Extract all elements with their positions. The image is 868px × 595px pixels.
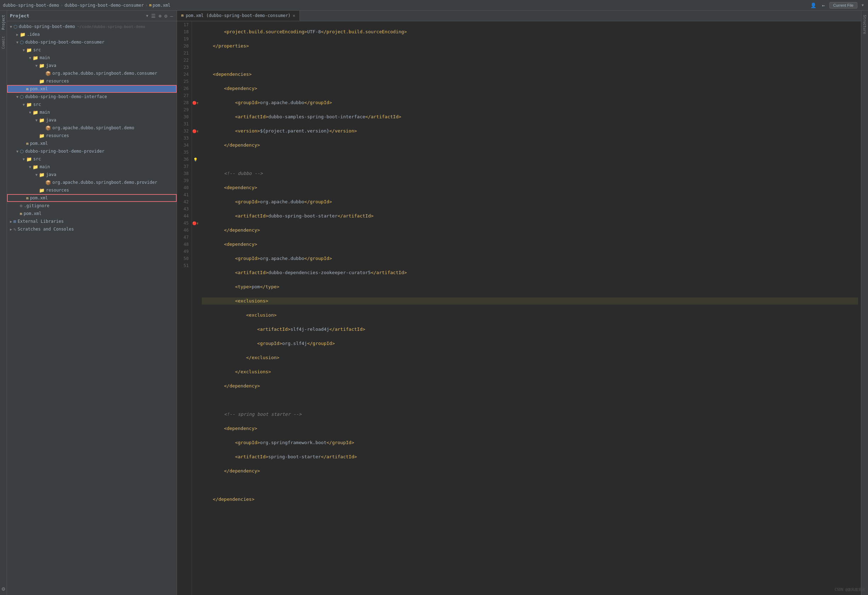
code-line-40: </exclusion> (202, 354, 858, 361)
tree-arrow (34, 134, 39, 138)
tree-label: main (40, 110, 50, 115)
code-line-37: <exclusion> (202, 312, 858, 319)
project-tree: ▼ ⬡ dubbo-spring-boot-demo ~/code/dubbo-… (7, 21, 177, 595)
tree-arrow (21, 196, 26, 200)
project-tab[interactable]: Project (1, 12, 6, 33)
project-dropdown-icon[interactable]: ▼ (146, 14, 148, 18)
tree-item-interface-main[interactable]: ▼ 📁 main (7, 108, 177, 116)
bulb-36[interactable]: 💡 (192, 156, 199, 163)
folder-icon: 📁 (32, 164, 38, 170)
settings-panel-icon[interactable]: ⚙ (164, 12, 168, 19)
tree-item-interface-pom[interactable]: m pom.xml (7, 139, 177, 147)
code-line-22: <groupId>org.apache.dubbo</groupId> (202, 99, 858, 106)
code-line-34: <artifactId>dubbo-dependencies-zookeeper… (202, 269, 858, 276)
tree-item-provider-java[interactable]: ▼ 📁 java (7, 171, 177, 179)
module-icon: ⬡ (20, 94, 24, 99)
code-line-18: </properties> (202, 43, 858, 50)
back-icon[interactable]: ← (821, 2, 826, 9)
tree-arrow: ▶ (15, 33, 20, 37)
tree-item-consumer-pkg[interactable]: 📦 org.apache.dubbo.springboot.demo.consu… (7, 70, 177, 77)
tree-item-interface[interactable]: ▼ ⬡ dubbo-spring-boot-demo-interface (7, 93, 177, 101)
folder-icon: 📁 (39, 78, 44, 84)
tree-label: org.apache.dubbo.springboot.demo (52, 125, 134, 130)
hide-icon[interactable]: — (170, 12, 174, 19)
module-icon: ⬡ (20, 149, 24, 154)
panel-title: Project (10, 13, 144, 18)
code-line-45: <dependency> (202, 425, 858, 432)
tab-close-button[interactable]: ✕ (293, 13, 295, 18)
tree-item-interface-src[interactable]: ▼ 📁 src (7, 101, 177, 108)
tree-label: org.apache.dubbo.springboot.demo.provide… (52, 180, 157, 185)
tree-item-ext-libs[interactable]: ▶ ⊞ External Libraries (7, 218, 177, 225)
tree-item-interface-java[interactable]: ▼ 📁 java (7, 116, 177, 124)
tree-item-interface-pkg[interactable]: 📦 org.apache.dubbo.springboot.demo (7, 124, 177, 132)
tree-arrow (21, 87, 26, 91)
tree-item-consumer-src[interactable]: ▼ 📁 src (7, 46, 177, 54)
scratches-icon: ✎ (13, 226, 16, 232)
structure-tab[interactable]: Structure (862, 12, 867, 37)
tree-item-root[interactable]: ▼ ⬡ dubbo-spring-boot-demo ~/code/dubbo-… (7, 23, 177, 30)
tree-label: .idea (27, 32, 40, 37)
tree-item-consumer-java[interactable]: ▼ 📁 java (7, 62, 177, 70)
tree-item-provider-resources[interactable]: 📁 resources (7, 186, 177, 194)
tree-label: pom.xml (30, 141, 48, 146)
gitignore-icon: ⚙ (20, 203, 22, 208)
tree-arrow: ▼ (21, 157, 26, 161)
current-file-dropdown[interactable]: ▼ (860, 3, 865, 8)
editor-tab-pom[interactable]: m pom.xml (dubbo-spring-boot-demo-consum… (177, 10, 300, 21)
collapse-all-icon[interactable]: ☰ (151, 12, 156, 19)
commit-tab[interactable]: Commit (1, 33, 6, 52)
current-file-button[interactable]: Current File (830, 2, 858, 9)
module-icon: ⬡ (13, 24, 17, 30)
tree-item-root-pom[interactable]: m pom.xml (7, 210, 177, 218)
breadcrumb-file: m pom.xml (149, 3, 170, 8)
tree-item-provider-src[interactable]: ▼ 📁 src (7, 155, 177, 163)
tree-item-consumer[interactable]: ▼ ⬡ dubbo-spring-boot-demo-consumer (7, 38, 177, 46)
tree-label: java (46, 63, 56, 68)
tree-label: dubbo-spring-boot-demo (19, 24, 75, 29)
tree-label: java (46, 118, 56, 123)
folder-icon: 📁 (39, 133, 44, 139)
tree-item-consumer-resources[interactable]: 📁 resources (7, 77, 177, 85)
breadcrumb-root[interactable]: dubbo-spring-boot-demo (3, 3, 59, 8)
tree-label: main (40, 55, 50, 60)
code-editor[interactable]: 17 18 19 20 21 22 23 24 25 26 27 28 29 3… (177, 21, 861, 595)
code-line-32: <dependency> (202, 241, 858, 248)
module-icon: ⬡ (20, 40, 24, 45)
bookmark-32: 🔴↑ (192, 127, 199, 135)
code-line-17: <project.build.sourceEncoding>UTF-8</pro… (202, 28, 858, 36)
tree-label: pom.xml (30, 86, 48, 91)
tree-item-provider[interactable]: ▼ ⬡ dubbo-spring-boot-demo-provider (7, 147, 177, 155)
code-line-33: <groupId>org.apache.dubbo</groupId> (202, 255, 858, 262)
avatar-icon[interactable]: 👤 (809, 2, 818, 9)
folder-icon: 📁 (39, 118, 44, 123)
tree-arrow: ▼ (15, 40, 20, 44)
tree-label: Scratches and Consoles (18, 226, 74, 232)
breadcrumb-consumer[interactable]: dubbo-spring-boot-demo-consumer (64, 3, 144, 8)
code-line-50: </dependencies> (202, 496, 858, 503)
folder-icon: 📁 (39, 172, 44, 178)
tree-label: main (40, 164, 50, 169)
tree-arrow (34, 188, 39, 192)
tree-item-provider-main[interactable]: ▼ 📁 main (7, 163, 177, 171)
code-line-47: <artifactId>spring-boot-starter</artifac… (202, 453, 858, 460)
code-content[interactable]: <project.build.sourceEncoding>UTF-8</pro… (199, 21, 861, 595)
tree-arrow (40, 71, 45, 75)
tree-item-scratches[interactable]: ▶ ✎ Scratches and Consoles (7, 225, 177, 233)
tree-item-consumer-main[interactable]: ▼ 📁 main (7, 54, 177, 62)
folder-icon: 📁 (20, 32, 25, 37)
tree-item-provider-pkg[interactable]: 📦 org.apache.dubbo.springboot.demo.provi… (7, 179, 177, 186)
settings-icon[interactable]: ⚙ (2, 585, 5, 592)
tree-item-idea[interactable]: ▶ 📁 .idea (7, 30, 177, 38)
code-line-27: <!-- dubbo --> (202, 170, 858, 177)
tree-arrow: ▼ (28, 165, 32, 169)
tree-item-provider-pom[interactable]: m pom.xml (7, 194, 177, 202)
tree-arrow: ▶ (9, 227, 13, 231)
tree-item-gitignore[interactable]: ⚙ .gitignore (7, 202, 177, 210)
locate-icon[interactable]: ⊕ (158, 12, 162, 19)
tree-label: src (33, 47, 41, 52)
tree-item-consumer-pom[interactable]: m pom.xml (7, 85, 177, 93)
editor-area: m pom.xml (dubbo-spring-boot-demo-consum… (177, 10, 861, 595)
tree-arrow: ▼ (28, 111, 32, 114)
tree-item-interface-resources[interactable]: 📁 resources (7, 132, 177, 139)
